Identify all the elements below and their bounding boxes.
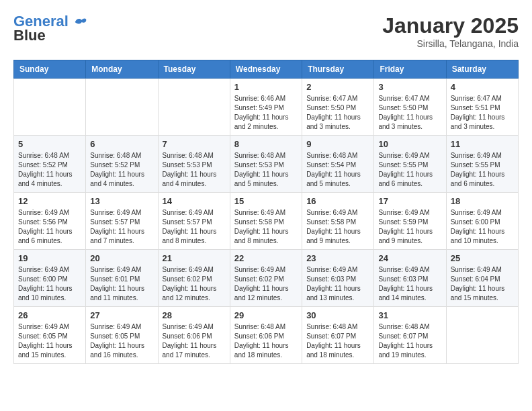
day-info: Sunrise: 6:47 AM Sunset: 5:50 PM Dayligh… xyxy=(306,94,369,132)
weekday-header-thursday: Thursday xyxy=(302,60,374,79)
calendar-table: SundayMondayTuesdayWednesdayThursdayFrid… xyxy=(13,60,519,364)
calendar-cell: 18Sunrise: 6:49 AM Sunset: 6:00 PM Dayli… xyxy=(446,193,518,250)
calendar-cell: 14Sunrise: 6:49 AM Sunset: 5:57 PM Dayli… xyxy=(158,193,230,250)
calendar-header-row: SundayMondayTuesdayWednesdayThursdayFrid… xyxy=(14,60,519,79)
calendar-week-row: 5Sunrise: 6:48 AM Sunset: 5:52 PM Daylig… xyxy=(14,136,519,193)
day-number: 18 xyxy=(451,196,514,206)
day-info: Sunrise: 6:48 AM Sunset: 5:52 PM Dayligh… xyxy=(18,151,81,189)
calendar-cell xyxy=(14,79,86,136)
day-info: Sunrise: 6:49 AM Sunset: 5:57 PM Dayligh… xyxy=(90,208,153,246)
day-info: Sunrise: 6:49 AM Sunset: 6:01 PM Dayligh… xyxy=(90,265,153,303)
calendar-cell: 23Sunrise: 6:49 AM Sunset: 6:03 PM Dayli… xyxy=(302,250,374,307)
calendar-cell: 16Sunrise: 6:49 AM Sunset: 5:58 PM Dayli… xyxy=(302,193,374,250)
calendar-week-row: 1Sunrise: 6:46 AM Sunset: 5:49 PM Daylig… xyxy=(14,79,519,136)
day-info: Sunrise: 6:48 AM Sunset: 5:52 PM Dayligh… xyxy=(90,151,153,189)
calendar-cell: 10Sunrise: 6:49 AM Sunset: 5:55 PM Dayli… xyxy=(374,136,446,193)
day-info: Sunrise: 6:49 AM Sunset: 6:04 PM Dayligh… xyxy=(451,265,514,303)
calendar-cell: 3Sunrise: 6:47 AM Sunset: 5:50 PM Daylig… xyxy=(374,79,446,136)
day-info: Sunrise: 6:49 AM Sunset: 6:06 PM Dayligh… xyxy=(163,322,226,360)
calendar-week-row: 12Sunrise: 6:49 AM Sunset: 5:56 PM Dayli… xyxy=(14,193,519,250)
day-number: 22 xyxy=(234,253,298,263)
day-number: 14 xyxy=(163,196,226,206)
day-number: 7 xyxy=(163,139,226,149)
calendar-cell: 26Sunrise: 6:49 AM Sunset: 6:05 PM Dayli… xyxy=(14,307,86,364)
calendar-week-row: 19Sunrise: 6:49 AM Sunset: 6:00 PM Dayli… xyxy=(14,250,519,307)
day-number: 27 xyxy=(90,310,153,320)
weekday-header-wednesday: Wednesday xyxy=(230,60,302,79)
day-info: Sunrise: 6:49 AM Sunset: 6:00 PM Dayligh… xyxy=(18,265,81,303)
day-number: 17 xyxy=(378,196,441,206)
weekday-header-sunday: Sunday xyxy=(14,60,86,79)
day-info: Sunrise: 6:48 AM Sunset: 6:07 PM Dayligh… xyxy=(306,322,369,360)
calendar-cell: 7Sunrise: 6:48 AM Sunset: 5:53 PM Daylig… xyxy=(158,136,230,193)
calendar-cell: 25Sunrise: 6:49 AM Sunset: 6:04 PM Dayli… xyxy=(446,250,518,307)
calendar-week-row: 26Sunrise: 6:49 AM Sunset: 6:05 PM Dayli… xyxy=(14,307,519,364)
day-info: Sunrise: 6:48 AM Sunset: 5:53 PM Dayligh… xyxy=(163,151,226,189)
calendar-cell: 20Sunrise: 6:49 AM Sunset: 6:01 PM Dayli… xyxy=(86,250,158,307)
day-number: 30 xyxy=(306,310,369,320)
weekday-header-friday: Friday xyxy=(374,60,446,79)
day-number: 20 xyxy=(90,253,153,263)
calendar-cell: 13Sunrise: 6:49 AM Sunset: 5:57 PM Dayli… xyxy=(86,193,158,250)
day-info: Sunrise: 6:49 AM Sunset: 5:55 PM Dayligh… xyxy=(451,151,514,189)
calendar-cell: 12Sunrise: 6:49 AM Sunset: 5:56 PM Dayli… xyxy=(14,193,86,250)
day-number: 24 xyxy=(378,253,441,263)
calendar-cell: 5Sunrise: 6:48 AM Sunset: 5:52 PM Daylig… xyxy=(14,136,86,193)
day-number: 29 xyxy=(234,310,298,320)
day-number: 3 xyxy=(378,82,441,92)
weekday-header-monday: Monday xyxy=(86,60,158,79)
calendar-cell: 30Sunrise: 6:48 AM Sunset: 6:07 PM Dayli… xyxy=(302,307,374,364)
day-number: 8 xyxy=(234,139,298,149)
day-number: 19 xyxy=(18,253,81,263)
day-info: Sunrise: 6:47 AM Sunset: 5:50 PM Dayligh… xyxy=(378,94,441,132)
day-number: 5 xyxy=(18,139,81,149)
day-number: 11 xyxy=(451,139,514,149)
day-info: Sunrise: 6:49 AM Sunset: 6:05 PM Dayligh… xyxy=(90,322,153,360)
day-number: 31 xyxy=(378,310,441,320)
calendar-cell: 21Sunrise: 6:49 AM Sunset: 6:02 PM Dayli… xyxy=(158,250,230,307)
day-number: 23 xyxy=(306,253,369,263)
day-number: 28 xyxy=(163,310,226,320)
location-subtitle: Sirsilla, Telangana, India xyxy=(382,38,519,49)
day-info: Sunrise: 6:48 AM Sunset: 6:07 PM Dayligh… xyxy=(378,322,441,360)
day-number: 21 xyxy=(163,253,226,263)
day-number: 4 xyxy=(451,82,514,92)
calendar-cell: 15Sunrise: 6:49 AM Sunset: 5:58 PM Dayli… xyxy=(230,193,302,250)
calendar-cell: 17Sunrise: 6:49 AM Sunset: 5:59 PM Dayli… xyxy=(374,193,446,250)
day-number: 16 xyxy=(306,196,369,206)
day-info: Sunrise: 6:49 AM Sunset: 5:59 PM Dayligh… xyxy=(378,208,441,246)
weekday-header-tuesday: Tuesday xyxy=(158,60,230,79)
day-info: Sunrise: 6:49 AM Sunset: 6:02 PM Dayligh… xyxy=(163,265,226,303)
day-info: Sunrise: 6:48 AM Sunset: 6:06 PM Dayligh… xyxy=(234,322,298,360)
day-info: Sunrise: 6:48 AM Sunset: 5:53 PM Dayligh… xyxy=(234,151,298,189)
day-info: Sunrise: 6:49 AM Sunset: 6:00 PM Dayligh… xyxy=(451,208,514,246)
day-info: Sunrise: 6:49 AM Sunset: 5:58 PM Dayligh… xyxy=(306,208,369,246)
day-number: 1 xyxy=(234,82,298,92)
logo: General Blue xyxy=(13,13,87,44)
calendar-cell: 19Sunrise: 6:49 AM Sunset: 6:00 PM Dayli… xyxy=(14,250,86,307)
day-info: Sunrise: 6:49 AM Sunset: 6:02 PM Dayligh… xyxy=(234,265,298,303)
day-info: Sunrise: 6:49 AM Sunset: 5:57 PM Dayligh… xyxy=(163,208,226,246)
day-info: Sunrise: 6:49 AM Sunset: 6:03 PM Dayligh… xyxy=(306,265,369,303)
day-info: Sunrise: 6:48 AM Sunset: 5:54 PM Dayligh… xyxy=(306,151,369,189)
day-number: 13 xyxy=(90,196,153,206)
day-number: 12 xyxy=(18,196,81,206)
day-number: 9 xyxy=(306,139,369,149)
calendar-cell xyxy=(86,79,158,136)
calendar-cell: 4Sunrise: 6:47 AM Sunset: 5:51 PM Daylig… xyxy=(446,79,518,136)
day-number: 25 xyxy=(451,253,514,263)
calendar-cell xyxy=(158,79,230,136)
day-info: Sunrise: 6:49 AM Sunset: 5:58 PM Dayligh… xyxy=(234,208,298,246)
calendar-cell: 24Sunrise: 6:49 AM Sunset: 6:03 PM Dayli… xyxy=(374,250,446,307)
calendar-cell: 6Sunrise: 6:48 AM Sunset: 5:52 PM Daylig… xyxy=(86,136,158,193)
calendar-cell: 29Sunrise: 6:48 AM Sunset: 6:06 PM Dayli… xyxy=(230,307,302,364)
day-info: Sunrise: 6:49 AM Sunset: 5:56 PM Dayligh… xyxy=(18,208,81,246)
day-number: 6 xyxy=(90,139,153,149)
day-info: Sunrise: 6:49 AM Sunset: 6:03 PM Dayligh… xyxy=(378,265,441,303)
calendar-cell: 8Sunrise: 6:48 AM Sunset: 5:53 PM Daylig… xyxy=(230,136,302,193)
day-info: Sunrise: 6:47 AM Sunset: 5:51 PM Dayligh… xyxy=(451,94,514,132)
day-info: Sunrise: 6:49 AM Sunset: 6:05 PM Dayligh… xyxy=(18,322,81,360)
calendar-cell xyxy=(446,307,518,364)
calendar-cell: 1Sunrise: 6:46 AM Sunset: 5:49 PM Daylig… xyxy=(230,79,302,136)
calendar-cell: 27Sunrise: 6:49 AM Sunset: 6:05 PM Dayli… xyxy=(86,307,158,364)
